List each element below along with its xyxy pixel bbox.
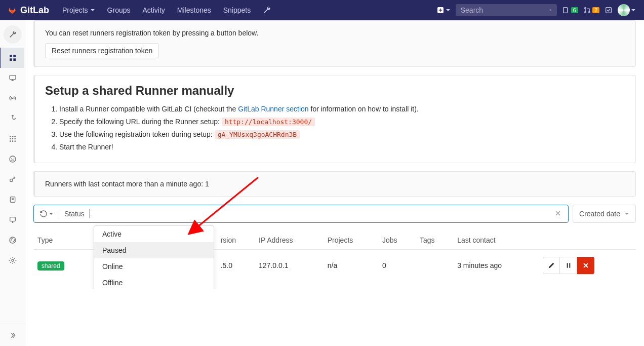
nav-milestones[interactable]: Milestones <box>172 6 216 14</box>
user-menu[interactable] <box>618 4 636 16</box>
nav-projects[interactable]: Projects <box>57 6 100 14</box>
sidebar-applications[interactable] <box>3 129 23 149</box>
setup-runner-panel: Setup a shared Runner manually Install a… <box>33 75 636 163</box>
setup-steps: Install a Runner compatible with GitLab … <box>59 104 625 152</box>
svg-point-28 <box>10 237 16 243</box>
search-input[interactable] <box>461 6 549 14</box>
avatar <box>618 4 630 16</box>
appearance-icon <box>9 216 17 224</box>
setup-token-code: gA_YMUsxq3goACHRdn3B <box>215 130 300 139</box>
dropdown-item-paused[interactable]: Paused <box>94 242 214 258</box>
setup-step-1: Install a Runner compatible with GitLab … <box>59 104 625 114</box>
svg-rect-2 <box>563 8 567 13</box>
brand-logo[interactable]: GitLab <box>8 5 49 16</box>
search-icon <box>549 6 552 14</box>
edit-runner-button[interactable] <box>543 257 560 274</box>
stale-runners-panel: Runners with last contact more than a mi… <box>33 171 636 197</box>
sidebar-abuse[interactable] <box>3 149 23 169</box>
svg-rect-30 <box>567 263 568 267</box>
sort-dropdown[interactable]: Created date <box>573 205 636 223</box>
filter-clear-button[interactable] <box>548 209 568 219</box>
filter-input[interactable] <box>90 205 548 222</box>
setup-step-3: Use the following registration token dur… <box>59 129 625 140</box>
plus-icon <box>436 6 445 14</box>
th-version: rsion <box>217 231 255 250</box>
nav-admin-wrench[interactable] <box>258 6 276 14</box>
dropdown-item-online[interactable]: Online <box>94 258 214 275</box>
cell-projects: n/a <box>324 250 378 282</box>
filter-token-status[interactable]: Status <box>59 210 90 218</box>
sidebar-settings[interactable] <box>3 250 23 271</box>
todo-icon <box>605 6 613 14</box>
todos[interactable] <box>605 6 613 14</box>
nav-groups[interactable]: Groups <box>102 6 136 14</box>
svg-point-18 <box>14 138 16 140</box>
key-icon <box>9 175 17 183</box>
svg-rect-7 <box>10 55 12 57</box>
chevron-down-icon <box>631 8 636 13</box>
wrench-icon <box>263 6 271 14</box>
close-icon <box>554 209 562 217</box>
pause-runner-button[interactable] <box>560 257 577 274</box>
sidebar-settings-link[interactable] <box>3 230 23 250</box>
nav-activity[interactable]: Activity <box>138 6 170 14</box>
filter-history-button[interactable] <box>34 210 59 218</box>
svg-rect-11 <box>10 75 16 80</box>
th-jobs: Jobs <box>378 231 416 250</box>
mr-counter[interactable]: 2 <box>583 6 599 14</box>
sidebar-appearance[interactable] <box>3 210 23 230</box>
svg-rect-31 <box>569 263 570 267</box>
sort-label: Created date <box>579 210 620 218</box>
svg-point-25 <box>10 179 12 181</box>
nav-snippets[interactable]: Snippets <box>218 6 256 14</box>
cell-last-contact: 3 minutes ago <box>453 250 539 282</box>
sidebar-admin-wrench[interactable] <box>4 25 22 44</box>
svg-point-24 <box>14 158 14 159</box>
cell-ip: 127.0.0.1 <box>255 250 324 282</box>
broadcast-icon <box>9 94 17 102</box>
sidebar-overview[interactable] <box>0 48 24 68</box>
sidebar-labels[interactable] <box>3 189 23 210</box>
svg-point-23 <box>11 158 11 159</box>
svg-point-14 <box>12 136 13 137</box>
svg-rect-6 <box>606 8 612 13</box>
filter-box[interactable]: Status Active Paused Online Offline <box>33 205 569 223</box>
dropdown-item-active[interactable]: Active <box>94 226 214 242</box>
gitlab-logo-icon <box>8 6 16 14</box>
sidebar-hooks[interactable] <box>3 108 23 129</box>
dropdown-item-offline[interactable]: Offline <box>94 275 214 289</box>
gear-icon <box>9 256 17 264</box>
new-button[interactable] <box>436 6 451 14</box>
cell-tags <box>416 250 453 282</box>
dashboard-icon <box>9 54 17 62</box>
setup-title: Setup a shared Runner manually <box>45 84 625 98</box>
sidebar-messages[interactable] <box>3 88 23 108</box>
setup-url-code: http://localhost:3000/ <box>222 118 315 126</box>
sidebar-monitoring[interactable] <box>3 68 23 88</box>
cell-jobs: 0 <box>378 250 416 282</box>
th-type: Type <box>33 231 90 250</box>
close-icon <box>582 261 590 270</box>
svg-point-1 <box>550 9 551 10</box>
svg-point-16 <box>10 138 11 140</box>
setup-step-4: Start the Runner! <box>59 142 625 152</box>
remove-runner-button[interactable] <box>577 257 594 274</box>
issues-icon <box>562 6 570 14</box>
sidebar-deploy-keys[interactable] <box>3 169 23 189</box>
admin-sidebar <box>0 20 25 289</box>
row-actions <box>543 257 632 274</box>
pencil-icon <box>547 261 555 270</box>
monitor-icon <box>9 74 17 82</box>
issues-counter[interactable]: 6 <box>562 6 578 14</box>
merge-request-icon <box>583 6 591 14</box>
reset-token-button[interactable]: Reset runners registration token <box>45 43 159 58</box>
abuse-icon <box>9 155 17 163</box>
search-box[interactable] <box>456 4 557 16</box>
nav-links: Projects Groups Activity Milestones Snip… <box>57 6 276 14</box>
th-tags: Tags <box>416 231 453 250</box>
stale-text: Runners with last contact more than a mi… <box>45 180 625 188</box>
pause-icon <box>565 261 573 270</box>
gitlab-runner-link[interactable]: GitLab Runner section <box>238 105 308 113</box>
svg-point-12 <box>12 98 13 99</box>
svg-point-19 <box>10 140 11 142</box>
